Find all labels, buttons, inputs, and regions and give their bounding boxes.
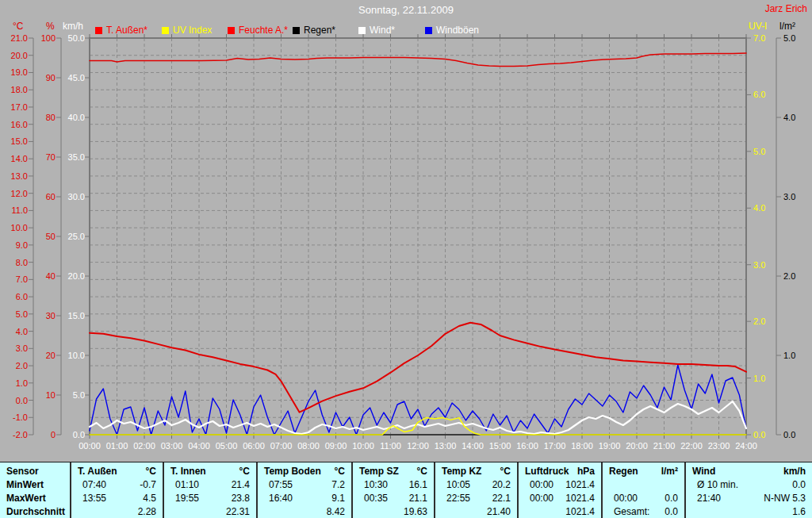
table-min-time: Ø 10 min. — [686, 479, 738, 490]
x-tick-label: 00:00 — [79, 441, 101, 451]
table-row: Temp Boden°C — [258, 464, 351, 478]
axis-tick-label-temp: 0.0 — [16, 396, 28, 405]
table-max-time: 00:00 — [519, 493, 553, 504]
x-tick-label: 07:00 — [270, 441, 293, 451]
axis-tick-label-uv: 5.0 — [753, 147, 765, 156]
x-tick-label: 14:00 — [462, 441, 484, 451]
plot-border — [90, 38, 746, 435]
axis-tick-label-uv: 3.0 — [753, 260, 765, 270]
axis-tick-label-temp: 19.0 — [11, 67, 28, 77]
table-avg-value: 1021.4 — [565, 506, 601, 517]
table-row: T. Innen°C — [164, 464, 256, 478]
table-row-label: MinWert — [0, 479, 44, 490]
table-min-time: 10:30 — [353, 479, 388, 490]
x-tick-label: 18:00 — [571, 441, 593, 451]
table-min-time: 10:05 — [435, 479, 470, 490]
x-tick-label: 03:00 — [161, 441, 183, 451]
chart-canvas: 21.020.019.018.017.016.015.014.013.012.0… — [0, 0, 812, 460]
axis-tick-label-humidity: 20 — [46, 351, 56, 360]
table-row: MinWert — [0, 478, 70, 491]
axis-tick-label-wind: 40.0 — [68, 113, 85, 122]
axis-tick-label-temp: 3.0 — [16, 343, 28, 353]
x-tick-label: 04:00 — [188, 441, 210, 451]
table-header-cell: Temp KZ — [435, 466, 481, 477]
table-header-cell: Wind — [686, 466, 715, 477]
table-row — [603, 478, 684, 491]
table-max-value: 0.0 — [665, 493, 684, 504]
x-tick-label: 21:00 — [653, 441, 676, 451]
table-row: 1021.4 — [519, 505, 601, 518]
table-header-cell: Luftdruck — [519, 466, 569, 477]
table-row: Windkm/h — [686, 464, 812, 478]
table-avg-value: 19.63 — [404, 506, 434, 517]
axis-tick-label-wind: 15.0 — [68, 311, 85, 320]
axis-tick-label-temp: 21.0 — [11, 33, 28, 43]
series-uv — [90, 418, 746, 435]
table-min-time: 00:00 — [519, 479, 553, 490]
axis-tick-label-temp: 17.0 — [11, 102, 28, 112]
table-row: 19.63 — [353, 505, 434, 518]
axis-tick-label-rain: 4.0 — [783, 113, 795, 122]
table-min-value: -0.7 — [140, 479, 163, 490]
table-row: 13:554.5 — [71, 491, 163, 505]
table-max-time: 19:55 — [164, 493, 199, 504]
table-header-cell: T. Innen — [164, 466, 206, 477]
axis-tick-label-temp: 7.0 — [16, 274, 28, 284]
axis-tick-label-temp: 5.0 — [16, 309, 28, 319]
table-row: Gesamt:0.0 — [603, 505, 684, 518]
table-avg-value: 21.40 — [487, 506, 517, 517]
table-row: 22.31 — [164, 505, 256, 518]
x-tick-label: 20:00 — [626, 441, 648, 451]
table-max-value: 23.8 — [232, 493, 256, 504]
table-min-value: 0.0 — [792, 479, 812, 490]
table-row: LuftdruckhPa — [519, 464, 601, 478]
x-tick-label: 23:00 — [708, 441, 730, 451]
table-max-value: 21.1 — [409, 493, 434, 504]
axis-tick-label-humidity: 70 — [46, 152, 56, 162]
table-row: 16:409.1 — [258, 491, 351, 505]
axis-tick-label-wind: 30.0 — [68, 192, 85, 201]
table-max-value: 1021.4 — [565, 493, 601, 504]
table-row: Ø 10 min.0.0 — [686, 478, 812, 491]
axis-tick-label-rain: 2.0 — [783, 271, 795, 281]
table-avg-label: Gesamt: — [603, 506, 649, 517]
table-row: 00:000.0 — [603, 491, 684, 505]
x-tick-label: 10:00 — [352, 441, 374, 451]
axis-tick-label-temp: -1.0 — [13, 412, 28, 422]
x-tick-label: 19:00 — [599, 441, 621, 451]
weather-chart-window: Sonntag, 22.11.2009 Jarz Erich °C % km/h… — [0, 0, 812, 518]
table-min-value: 21.4 — [232, 479, 256, 490]
table-column: Temp Boden°C07:557.216:409.18.42 — [256, 462, 351, 518]
axis-tick-label-temp: 9.0 — [16, 240, 28, 250]
x-tick-label: 16:00 — [516, 441, 538, 451]
table-header-cell: Sensor — [0, 466, 39, 477]
table-row: 2.28 — [71, 505, 163, 518]
table-max-value: 4.5 — [143, 493, 163, 504]
table-row: 10:0520.2 — [435, 478, 517, 491]
table-avg-value: 1.6 — [792, 506, 812, 517]
axis-tick-label-humidity: 100 — [41, 33, 56, 43]
axis-tick-label-wind: 50.0 — [68, 33, 85, 43]
table-column: Regenl/m²00:000.0Gesamt:0.0 — [601, 462, 684, 518]
axis-tick-label-temp: 10.0 — [11, 223, 28, 232]
table-min-time: 07:55 — [258, 479, 293, 490]
axis-tick-label-temp: 12.0 — [11, 189, 28, 198]
axis-tick-label-rain: 1.0 — [783, 351, 795, 360]
table-row: Durchschnitt — [0, 505, 70, 518]
table-min-value: 20.2 — [492, 479, 517, 490]
x-tick-label: 02:00 — [133, 441, 155, 451]
axis-tick-label-wind: 0.0 — [73, 430, 85, 439]
table-row: 00:001021.4 — [519, 491, 601, 505]
axis-tick-label-temp: 14.0 — [11, 154, 28, 163]
x-tick-label: 11:00 — [380, 441, 401, 451]
table-unit-cell: °C — [417, 466, 434, 477]
table-row: 8.42 — [258, 505, 351, 518]
table-column: Windkm/hØ 10 min.0.021:40N-NW 5.31.6 — [684, 462, 812, 518]
axis-tick-label-wind: 20.0 — [68, 271, 85, 281]
x-tick-label: 22:00 — [680, 441, 703, 451]
axis-tick-label-humidity: 40 — [46, 271, 56, 281]
table-max-time: 16:40 — [258, 493, 293, 504]
table-row: 21:40N-NW 5.3 — [686, 491, 812, 505]
table-row: T. Außen°C — [71, 464, 163, 478]
table-min-time: 07:40 — [71, 479, 106, 490]
